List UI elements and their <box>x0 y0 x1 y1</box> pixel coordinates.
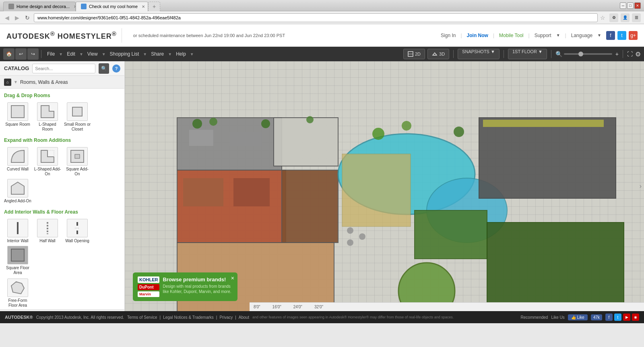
footer-like-us: Like Us <box>551 315 564 320</box>
settings-button[interactable]: ⚙ <box>635 50 641 58</box>
social-icons: f t g+ <box>606 31 638 40</box>
bookmark-star-icon[interactable]: ☆ <box>600 15 605 21</box>
toolbar-sep-5 <box>623 50 623 58</box>
interior-wall-label: Interior Wall <box>7 239 29 243</box>
freeform-item[interactable]: Free-Form Floor Area <box>4 278 31 308</box>
angled-addon-icon <box>7 179 28 197</box>
catalog-search-button[interactable]: 🔍 <box>99 63 109 74</box>
canvas-area: › KOHLER DuPont Marvin Browse premium br… <box>125 61 644 311</box>
svg-rect-40 <box>233 178 270 206</box>
zoom-handle[interactable] <box>578 52 583 56</box>
interior-wall-item[interactable]: Interior Wall <box>4 219 31 243</box>
person-button[interactable]: 👤 <box>621 13 630 22</box>
toolbar-redo-icon[interactable]: ↪ <box>27 48 39 60</box>
like-count[interactable]: 47k <box>591 314 602 320</box>
catalog-help-button[interactable]: ? <box>112 64 120 73</box>
view-3d-button[interactable]: 3D <box>427 49 449 59</box>
footer-youtube-icon[interactable]: ▶ <box>623 314 630 321</box>
zoom-out-button[interactable]: 🔍 <box>555 51 562 57</box>
refresh-button[interactable]: ↻ <box>23 14 31 22</box>
footer-sep-1: | <box>160 315 161 320</box>
breadcrumb-text: Rooms, Walls & Areas <box>20 79 68 85</box>
facebook-icon[interactable]: f <box>606 31 615 40</box>
curved-wall-item[interactable]: Curved Wall <box>4 147 31 177</box>
fullscreen-button[interactable]: ⛶ <box>627 51 633 57</box>
footer-logo: AUTODESK® <box>5 315 33 320</box>
catalog-search-input[interactable] <box>32 64 95 73</box>
footer-legal-link[interactable]: Legal Notices & Trademarks <box>163 315 214 320</box>
svg-rect-38 <box>229 132 262 146</box>
sign-in-link[interactable]: Sign In <box>441 33 456 38</box>
l-addon-icon <box>37 147 58 166</box>
toolbar-sep-4 <box>551 50 551 58</box>
shopping-list-menu[interactable]: Shopping List <box>107 48 142 60</box>
support-link[interactable]: Support <box>535 33 551 38</box>
join-now-link[interactable]: Join Now <box>467 33 488 38</box>
footer-facebook-icon[interactable]: f <box>605 314 613 321</box>
scroll-right-button[interactable]: › <box>640 183 642 190</box>
svg-rect-3 <box>72 107 82 116</box>
promo-close-button[interactable]: × <box>231 275 234 281</box>
small-room-item[interactable]: Small Room or Closet <box>64 102 91 132</box>
file-menu[interactable]: File <box>44 48 58 60</box>
section-interior: Add Interior Walls & Floor Areas <box>0 205 124 217</box>
browser-tab-2[interactable]: Check out my cool home ✕ <box>76 2 148 11</box>
footer-privacy-link[interactable]: Privacy <box>219 315 233 320</box>
close-button[interactable]: ✕ <box>634 2 641 9</box>
half-wall-label: Half Wall <box>39 239 56 243</box>
menu-button[interactable]: ☰ <box>632 13 641 22</box>
language-link[interactable]: Language <box>571 33 592 38</box>
zoom-in-button[interactable]: + <box>615 51 619 57</box>
half-wall-item[interactable]: Half Wall <box>34 219 61 243</box>
new-tab-button[interactable]: + <box>148 2 160 11</box>
freeform-icon <box>7 278 28 297</box>
edit-menu[interactable]: Edit <box>64 48 78 60</box>
square-room-item[interactable]: Square Room <box>4 102 31 132</box>
zoom-slider[interactable] <box>564 53 612 55</box>
tab2-close[interactable]: ✕ <box>142 4 145 9</box>
forward-button[interactable]: ▶ <box>13 14 21 22</box>
header-divider <box>122 28 122 43</box>
view-menu[interactable]: View <box>84 48 101 60</box>
main-layout: CATALOG 🔍 ? ⌂ ▼ Rooms, Walls & Areas Dra… <box>0 61 644 311</box>
section-drag-drop: Drag & Drop Rooms <box>0 89 124 101</box>
twitter-icon[interactable]: t <box>617 31 626 40</box>
address-bar: ◀ ▶ ↻ ☆ ⚙ 👤 ☰ <box>0 11 644 24</box>
view-2d-button[interactable]: 2D <box>403 49 425 59</box>
breadcrumb-home-icon[interactable]: ⌂ <box>4 79 11 86</box>
footer-about-link[interactable]: About <box>239 315 249 320</box>
maximize-button[interactable]: □ <box>627 2 634 9</box>
facebook-like-button[interactable]: 👍 Like <box>568 314 588 320</box>
mobile-tool-link[interactable]: Mobile Tool <box>499 33 523 38</box>
share-menu[interactable]: Share <box>148 48 167 60</box>
sq-floor-item[interactable]: Square Floor Area <box>4 246 31 275</box>
footer-terms-link[interactable]: Terms of Service <box>127 315 157 320</box>
url-input[interactable] <box>34 13 598 22</box>
svg-point-33 <box>347 227 353 234</box>
separator-1: | <box>460 33 462 38</box>
googleplus-icon[interactable]: g+ <box>629 31 638 40</box>
minimize-button[interactable]: ─ <box>620 2 626 9</box>
floor-button[interactable]: 1ST FLOOR ▼ <box>508 49 547 59</box>
l-shaped-room-item[interactable]: L-Shaped Room <box>34 102 61 132</box>
back-button[interactable]: ◀ <box>3 14 11 22</box>
breadcrumb-arrow: ▼ <box>14 80 18 84</box>
square-room-icon <box>7 102 28 121</box>
wall-opening-item[interactable]: Wall Opening <box>64 219 91 243</box>
angled-addon-item[interactable]: Angled Add-On <box>4 179 31 204</box>
svg-rect-7 <box>75 154 80 158</box>
footer-sep-2: | <box>216 315 217 320</box>
toolbar-home-icon[interactable]: 🏠 <box>3 48 14 60</box>
sq-addon-item[interactable]: Square Add-On <box>64 147 91 177</box>
svg-rect-22 <box>415 210 487 259</box>
sq-addon-label: Square Add-On <box>64 167 91 177</box>
browser-tab-1[interactable]: Home design and decora... ✕ <box>3 2 76 11</box>
snapshots-button[interactable]: SNAPSHOTS ▼ <box>458 49 500 59</box>
extensions-button[interactable]: ⚙ <box>609 13 618 22</box>
toolbar-undo-icon[interactable]: ↩ <box>15 48 27 60</box>
footer-rss-icon[interactable]: ◉ <box>632 314 639 321</box>
rooms-grid: Square Room L-Shaped Room Small Room <box>0 101 124 133</box>
help-menu[interactable]: Help <box>173 48 189 60</box>
footer-twitter-icon[interactable]: t <box>614 314 621 321</box>
l-addon-item[interactable]: L-Shaped Add-On <box>34 147 61 177</box>
